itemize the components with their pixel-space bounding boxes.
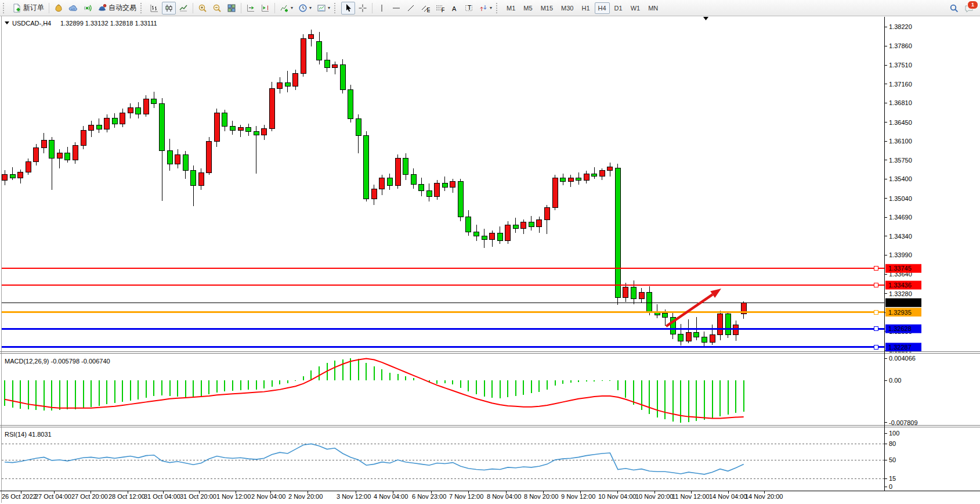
toolbar-grip[interactable] <box>496 3 501 13</box>
trendline-button[interactable] <box>404 2 418 15</box>
crosshair-icon <box>358 3 367 13</box>
tab-timeframe-d1[interactable]: D1 <box>611 2 626 14</box>
tab-timeframe-m1[interactable]: M1 <box>503 2 519 14</box>
chart-canvas[interactable]: USDCAD-,H4 1.32899 1.33132 1.32818 1.331… <box>0 0 980 504</box>
chart-type-line-button[interactable] <box>176 2 190 15</box>
price-line-handle[interactable] <box>874 327 878 331</box>
toolbar-grip[interactable] <box>3 3 8 13</box>
macd-axis-label: 0.00 <box>889 377 901 384</box>
candle-body <box>324 60 330 68</box>
toolbar-grip[interactable] <box>140 3 145 13</box>
candle-body <box>584 174 589 180</box>
text-button[interactable]: A <box>447 2 461 15</box>
candle-body <box>317 41 322 60</box>
tab-timeframe-m30[interactable]: M30 <box>558 2 577 14</box>
macd-axis-label: 0.004066 <box>889 355 916 362</box>
candle-body <box>513 225 518 229</box>
price-axis-label: 1.36100 <box>889 138 912 145</box>
tab-timeframe-m15[interactable]: M15 <box>537 2 556 14</box>
price-line-handle[interactable] <box>874 345 878 349</box>
horizontal-line-button[interactable] <box>389 2 403 15</box>
vertical-line-button[interactable] <box>375 2 389 15</box>
vertical-line-icon <box>377 3 386 13</box>
toolbar-grip[interactable] <box>334 3 339 13</box>
tab-timeframe-w1[interactable]: W1 <box>627 2 644 14</box>
periods-button[interactable]: ▾ <box>296 2 314 15</box>
notifications-button[interactable]: 1 <box>964 2 976 14</box>
rsi-line <box>5 444 744 474</box>
time-axis-label: 26 Oct 2022 <box>2 493 37 500</box>
channel-button[interactable]: E <box>418 2 432 15</box>
candle-body <box>238 128 243 131</box>
chart-title-ohlc: 1.32899 1.33132 1.32818 1.33111 <box>60 20 157 27</box>
chevron-down-icon: ▾ <box>328 6 330 10</box>
time-axis-label: 1 Nov 12:00 <box>216 493 251 500</box>
templates-button[interactable]: ▾ <box>314 2 332 15</box>
candle-body <box>647 293 652 312</box>
zoom-in-button[interactable] <box>196 2 209 15</box>
horizontal-line-icon <box>392 3 401 13</box>
new-order-label: 新订单 <box>23 3 44 13</box>
price-axis-label: 1.33280 <box>889 290 912 297</box>
chart-type-bars-button[interactable] <box>147 2 161 15</box>
chart-type-candles-button[interactable] <box>162 2 176 15</box>
candle-body <box>371 189 377 199</box>
auto-scroll-button[interactable] <box>244 2 258 15</box>
candle-body <box>474 232 479 236</box>
market-watch-button[interactable] <box>52 2 66 15</box>
chart-shift-button[interactable] <box>258 2 272 15</box>
trend-arrow[interactable] <box>666 294 713 326</box>
toolbar-separator <box>372 3 373 13</box>
price-line-handle[interactable] <box>874 267 878 271</box>
zoom-out-icon <box>212 3 222 13</box>
candle-body <box>222 113 227 126</box>
tab-timeframe-h1[interactable]: H1 <box>578 2 593 14</box>
crosshair-button[interactable] <box>356 2 370 15</box>
autotrading-icon <box>97 3 107 13</box>
indicators-button[interactable]: ▾ <box>277 2 295 15</box>
zoom-out-button[interactable] <box>210 2 224 15</box>
candle-body <box>364 136 369 199</box>
new-order-button[interactable]: 新订单 <box>10 2 46 15</box>
candle-body <box>379 178 385 189</box>
ohlc-toggle-icon[interactable] <box>5 21 9 24</box>
tile-windows-button[interactable] <box>225 2 238 15</box>
tab-timeframe-h4[interactable]: H4 <box>595 2 610 14</box>
search-icon <box>949 3 959 13</box>
candle-body <box>426 191 432 196</box>
data-window-button[interactable] <box>66 2 80 15</box>
time-axis-label: 4 Nov 04:00 <box>374 493 408 500</box>
chart-shift-icon <box>261 3 270 13</box>
arrows-button[interactable]: ▾ <box>476 2 494 15</box>
candle-body <box>537 219 542 226</box>
price-line-handle[interactable] <box>874 310 878 314</box>
price-line-handle[interactable] <box>874 283 878 287</box>
candle-body <box>403 159 408 175</box>
subwindow-marker-icon[interactable] <box>703 17 708 20</box>
fibonacci-button[interactable]: F <box>433 2 447 15</box>
signals-button[interactable] <box>81 2 95 15</box>
candle-body <box>49 140 55 159</box>
candle-body <box>482 236 487 240</box>
tab-timeframe-m5[interactable]: M5 <box>520 2 536 14</box>
candle-body <box>450 182 455 187</box>
search-button[interactable] <box>947 2 961 15</box>
price-flag-label: 1.32935 <box>888 309 912 316</box>
candle-body <box>529 222 534 226</box>
mt4-window: 新订单 自动交易 <box>0 0 980 504</box>
time-axis-label: 8 Nov 20:00 <box>524 493 558 500</box>
trendline-icon <box>406 3 415 13</box>
cursor-arrow-icon <box>343 3 353 13</box>
text-label-button[interactable]: T <box>462 2 476 15</box>
tab-timeframe-mn[interactable]: MN <box>645 2 661 14</box>
candle-body <box>18 172 23 178</box>
cursor-button[interactable] <box>341 2 355 15</box>
toolbar-right-tools: 1 <box>947 2 978 15</box>
time-axis-label: 14 Nov 20:00 <box>745 493 783 500</box>
candle-body <box>269 88 274 129</box>
time-axis-label: 11 Nov 12:00 <box>672 493 710 500</box>
autotrading-button[interactable]: 自动交易 <box>95 2 139 15</box>
candle-body <box>120 113 125 124</box>
svg-text:T: T <box>468 4 472 11</box>
price-flag-label: 1.33111 <box>888 299 910 306</box>
